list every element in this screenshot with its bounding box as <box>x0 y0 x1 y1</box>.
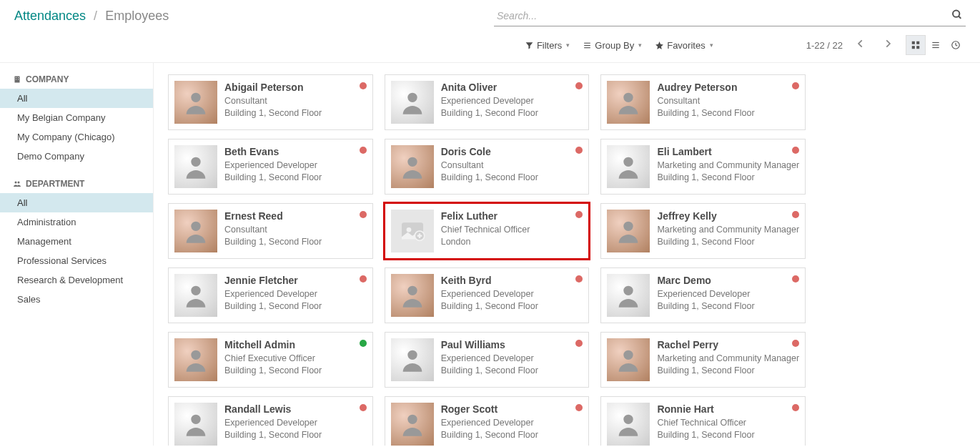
employee-card[interactable]: Audrey PetersonConsultantBuilding 1, Sec… <box>600 74 806 130</box>
employee-card[interactable]: Jennie FletcherExperienced DeveloperBuil… <box>168 267 373 323</box>
employee-card[interactable]: Anita OliverExperienced DeveloperBuildin… <box>385 74 590 130</box>
employee-avatar <box>174 210 217 252</box>
pager-next-button[interactable] <box>878 39 897 51</box>
employee-avatar <box>174 274 217 317</box>
employee-card[interactable]: Ernest ReedConsultantBuilding 1, Second … <box>168 203 373 259</box>
employee-location: Building 1, Second Floor <box>657 172 799 185</box>
employee-card[interactable]: Keith ByrdExperienced DeveloperBuilding … <box>385 267 590 323</box>
employee-avatar <box>174 338 217 381</box>
filters-button[interactable]: Filters ▾ <box>525 40 570 51</box>
chevron-down-icon: ▾ <box>566 41 570 49</box>
svg-point-33 <box>191 286 200 295</box>
favorites-button[interactable]: Favorites ▾ <box>655 40 713 51</box>
status-badge <box>360 340 367 347</box>
employee-info: Ernest ReedConsultantBuilding 1, Second … <box>224 210 367 252</box>
employee-role: Consultant <box>441 159 583 172</box>
employee-info: Roger ScottExperienced DeveloperBuilding… <box>441 403 583 446</box>
sidebar-department-item[interactable]: Research & Development <box>0 270 153 290</box>
employee-name: Jeffrey Kelly <box>657 210 799 224</box>
employee-card[interactable]: Roger ScottExperienced DeveloperBuilding… <box>385 396 590 446</box>
employee-card[interactable]: Abigail PetersonConsultantBuilding 1, Se… <box>168 74 373 130</box>
employee-location: Building 1, Second Floor <box>657 365 799 378</box>
svg-point-26 <box>191 222 200 231</box>
sidebar-department-item[interactable]: Management <box>0 232 153 251</box>
employee-location: Building 1, Second Floor <box>657 107 799 120</box>
employee-info: Jeffrey KellyMarketing and Community Man… <box>657 210 799 252</box>
view-list-button[interactable] <box>926 35 946 55</box>
svg-rect-8 <box>916 46 919 49</box>
employee-info: Beth EvansExperienced DeveloperBuilding … <box>224 145 367 188</box>
employee-avatar <box>174 403 217 446</box>
employee-card[interactable]: Mitchell AdminChief Executive OfficerBui… <box>168 332 373 388</box>
employee-role: Experienced Developer <box>441 288 583 301</box>
pager-text: 1-22 / 22 <box>806 40 843 51</box>
groupby-button[interactable]: Group By ▾ <box>583 40 642 51</box>
employee-card[interactable]: Doris ColeConsultantBuilding 1, Second F… <box>385 139 590 195</box>
sidebar-company-item[interactable]: All <box>0 89 153 108</box>
breadcrumb-root[interactable]: Attendances <box>14 9 86 23</box>
sidebar-department-item[interactable]: Sales <box>0 290 153 309</box>
kanban-icon <box>911 40 921 50</box>
employee-location: Building 1, Second Floor <box>657 236 799 249</box>
employee-name: Ronnie Hart <box>657 403 799 417</box>
svg-point-25 <box>624 157 633 167</box>
employee-card[interactable]: Marc DemoExperienced DeveloperBuilding 1… <box>600 267 806 323</box>
employee-location: Building 1, Second Floor <box>441 365 583 378</box>
sidebar-company-item[interactable]: Demo Company <box>0 147 153 166</box>
status-badge <box>360 82 367 89</box>
employee-info: Randall LewisExperienced DeveloperBuildi… <box>224 403 367 446</box>
list-view-icon <box>931 40 941 50</box>
view-kanban-button[interactable] <box>906 35 926 55</box>
search-icon[interactable] <box>951 9 963 23</box>
sidebar-company-item[interactable]: My Belgian Company <box>0 108 153 127</box>
employee-name: Marc Demo <box>657 274 799 288</box>
svg-line-1 <box>959 16 961 19</box>
pager-prev-button[interactable] <box>851 39 870 51</box>
employee-name: Audrey Peterson <box>657 81 799 95</box>
employee-location: Building 1, Second Floor <box>224 172 367 185</box>
employee-info: Ronnie HartChief Technical OfficerBuildi… <box>657 403 799 446</box>
employee-location: Building 1, Second Floor <box>224 300 367 313</box>
status-badge <box>360 275 367 283</box>
sidebar: COMPANY AllMy Belgian CompanyMy Company … <box>0 63 154 446</box>
employee-name: Doris Cole <box>441 145 583 159</box>
employee-info: Eli LambertMarketing and Community Manag… <box>657 145 799 188</box>
employee-name: Rachel Perry <box>657 338 799 353</box>
employee-role: Marketing and Community Manager <box>657 353 799 365</box>
employee-role: Consultant <box>224 95 367 108</box>
svg-point-38 <box>624 350 633 360</box>
employee-card[interactable]: Ronnie HartChief Technical OfficerBuildi… <box>600 396 806 446</box>
chevron-left-icon <box>856 39 866 49</box>
employee-card[interactable]: Felix LutherChief Technical OfficerLondo… <box>385 203 590 259</box>
employee-avatar <box>174 81 217 124</box>
view-activity-button[interactable] <box>946 35 966 55</box>
list-icon <box>583 41 592 50</box>
search-input[interactable] <box>494 6 966 26</box>
employee-info: Jennie FletcherExperienced DeveloperBuil… <box>224 274 367 317</box>
chevron-down-icon: ▾ <box>710 41 713 49</box>
employee-name: Ernest Reed <box>224 210 367 224</box>
sidebar-company-item[interactable]: My Company (Chicago) <box>0 127 153 147</box>
employee-card[interactable]: Paul WilliamsExperienced DeveloperBuildi… <box>385 332 590 388</box>
employee-card[interactable]: Eli LambertMarketing and Community Manag… <box>600 139 806 195</box>
sidebar-department-item[interactable]: Administration <box>0 212 153 232</box>
employee-grid: Abigail PetersonConsultantBuilding 1, Se… <box>168 74 806 446</box>
employee-card[interactable]: Randall LewisExperienced DeveloperBuildi… <box>168 396 373 446</box>
employee-card[interactable]: Jeffrey KellyMarketing and Community Man… <box>600 203 806 259</box>
employee-card[interactable]: Beth EvansExperienced DeveloperBuilding … <box>168 139 373 195</box>
svg-point-21 <box>407 93 417 102</box>
svg-point-39 <box>191 415 200 424</box>
status-badge <box>360 404 367 411</box>
svg-rect-15 <box>18 77 19 78</box>
employee-role: Experienced Developer <box>657 288 799 301</box>
employee-card[interactable]: Rachel PerryMarketing and Community Mana… <box>600 332 806 388</box>
employee-role: Experienced Developer <box>441 353 583 365</box>
svg-rect-13 <box>15 77 20 83</box>
sidebar-department-item[interactable]: Professional Services <box>0 251 153 270</box>
svg-point-34 <box>407 286 417 295</box>
employee-role: Chief Technical Officer <box>441 224 583 237</box>
employee-avatar <box>391 81 434 124</box>
employee-avatar <box>607 338 650 381</box>
sidebar-department-item[interactable]: All <box>0 193 153 212</box>
employee-role: Consultant <box>657 95 799 108</box>
